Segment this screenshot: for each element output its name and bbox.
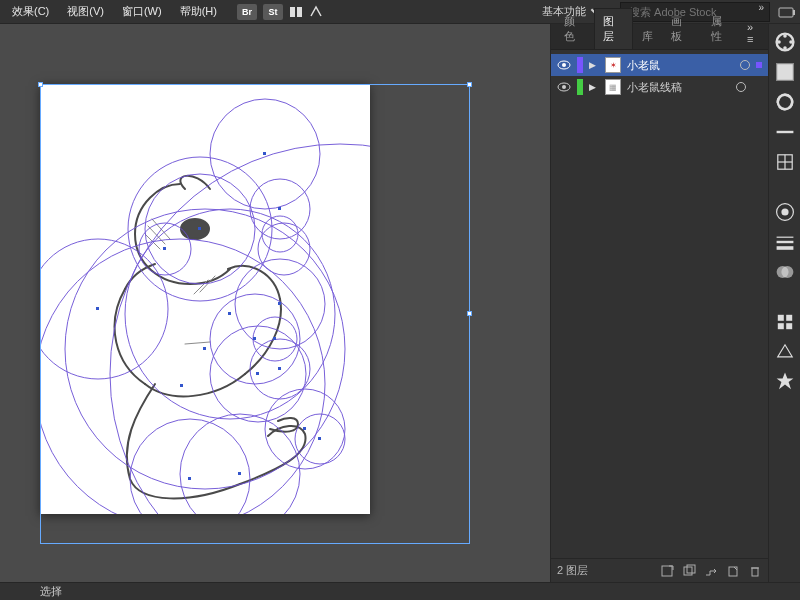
visibility-toggle-icon[interactable] (557, 80, 571, 94)
svg-rect-45 (96, 307, 99, 310)
tab-color[interactable]: 颜色 (555, 8, 594, 49)
layer-thumbnail: ▦ (605, 79, 621, 95)
svg-rect-38 (203, 347, 206, 350)
svg-point-6 (181, 219, 209, 239)
svg-point-64 (783, 46, 787, 50)
header-app-icons: Br St (237, 4, 323, 20)
svg-rect-57 (687, 565, 695, 573)
expand-toggle-icon[interactable]: ▶ (589, 82, 599, 92)
svg-rect-70 (776, 131, 793, 133)
tab-properties[interactable]: 属性 (702, 8, 741, 49)
symbols-panel-icon[interactable] (773, 150, 797, 174)
svg-rect-48 (273, 337, 276, 340)
svg-rect-1 (297, 7, 302, 17)
canvas[interactable] (0, 24, 550, 582)
color-panel-icon[interactable] (773, 30, 797, 54)
layers-panel: » 颜色 图层 库 画板 属性 » ≡ ▶ ✶ 小老鼠 (550, 24, 768, 582)
swatches-panel-icon[interactable] (773, 60, 797, 84)
panel-more-icon[interactable]: » ≡ (741, 17, 768, 49)
cloud-doc-icon[interactable] (778, 5, 796, 19)
cc-libraries-icon[interactable] (773, 90, 797, 114)
transparency-panel-icon[interactable] (773, 260, 797, 284)
tab-libraries[interactable]: 库 (633, 23, 662, 49)
menu-help[interactable]: 帮助(H) (172, 1, 225, 22)
layer-name[interactable]: 小老鼠线稿 (627, 80, 730, 95)
svg-rect-46 (163, 247, 166, 250)
svg-rect-35 (198, 227, 201, 230)
svg-rect-56 (684, 567, 692, 575)
layers-panel-footer: 2 图层 (551, 558, 768, 582)
layer-thumbnail: ✶ (605, 57, 621, 73)
layer-color-chip (577, 57, 583, 73)
arrange-documents-icon[interactable] (289, 5, 303, 19)
svg-rect-39 (253, 337, 256, 340)
svg-rect-40 (256, 372, 259, 375)
layer-name[interactable]: 小老鼠 (627, 58, 734, 73)
gpu-preview-icon[interactable] (309, 5, 323, 19)
status-bar: 选择 (0, 582, 800, 600)
tab-layers[interactable]: 图层 (594, 8, 633, 49)
svg-line-11 (194, 280, 208, 294)
graphic-styles-panel-icon[interactable] (773, 340, 797, 364)
svg-rect-34 (263, 152, 266, 155)
target-icon[interactable] (736, 82, 746, 92)
svg-point-52 (562, 63, 566, 67)
layer-row[interactable]: ▶ ✶ 小老鼠 (551, 54, 768, 76)
layer-color-chip (577, 79, 583, 95)
stock-icon[interactable]: St (263, 4, 283, 20)
svg-rect-36 (278, 207, 281, 210)
svg-rect-81 (777, 315, 783, 321)
appearance-panel-icon[interactable] (773, 310, 797, 334)
panel-collapse-icon[interactable]: » (758, 2, 764, 13)
panel-tabs: 颜色 图层 库 画板 属性 » ≡ (551, 24, 768, 50)
new-sublayer-icon[interactable] (704, 564, 718, 578)
svg-rect-42 (318, 437, 321, 440)
svg-rect-49 (278, 367, 281, 370)
svg-rect-44 (188, 477, 191, 480)
expand-toggle-icon[interactable]: ▶ (589, 60, 599, 70)
delete-layer-icon[interactable] (748, 564, 762, 578)
svg-rect-4 (779, 8, 793, 17)
target-icon[interactable] (740, 60, 750, 70)
brushes-panel-icon[interactable] (773, 120, 797, 144)
svg-rect-41 (303, 427, 306, 430)
svg-rect-83 (777, 323, 783, 329)
artboard[interactable] (40, 84, 370, 514)
svg-line-12 (185, 342, 210, 344)
svg-rect-37 (228, 312, 231, 315)
current-tool-name: 选择 (40, 584, 62, 599)
svg-rect-43 (238, 472, 241, 475)
align-panel-icon[interactable] (773, 370, 797, 394)
svg-point-62 (783, 34, 787, 38)
svg-rect-55 (662, 566, 672, 576)
layer-row[interactable]: ▶ ▦ 小老鼠线稿 (551, 76, 768, 98)
visibility-toggle-icon[interactable] (557, 58, 571, 72)
right-toolstrip (768, 24, 800, 582)
menu-window[interactable]: 窗口(W) (114, 1, 170, 22)
svg-rect-47 (278, 302, 281, 305)
svg-rect-84 (786, 323, 792, 329)
svg-point-80 (781, 266, 793, 278)
locate-object-icon[interactable] (660, 564, 674, 578)
main-area: » 颜色 图层 库 画板 属性 » ≡ ▶ ✶ 小老鼠 (0, 24, 800, 582)
layers-list: ▶ ✶ 小老鼠 ▶ ▦ 小老鼠线稿 (551, 50, 768, 558)
gradient-panel-icon[interactable] (773, 200, 797, 224)
menu-view[interactable]: 视图(V) (59, 1, 112, 22)
svg-point-63 (789, 40, 793, 44)
make-clipping-mask-icon[interactable] (682, 564, 696, 578)
selection-handle[interactable] (467, 311, 472, 316)
svg-rect-59 (752, 568, 758, 576)
svg-rect-5 (793, 10, 795, 15)
stroke-panel-icon[interactable] (773, 230, 797, 254)
svg-rect-0 (290, 7, 295, 17)
selection-handle[interactable] (467, 82, 472, 87)
svg-point-65 (777, 40, 781, 44)
tab-artboards[interactable]: 画板 (662, 8, 701, 49)
svg-rect-66 (776, 64, 793, 81)
svg-point-69 (777, 95, 791, 109)
new-layer-icon[interactable] (726, 564, 740, 578)
svg-rect-50 (180, 384, 183, 387)
menu-effects[interactable]: 效果(C) (4, 1, 57, 22)
svg-point-54 (562, 85, 566, 89)
bridge-icon[interactable]: Br (237, 4, 257, 20)
